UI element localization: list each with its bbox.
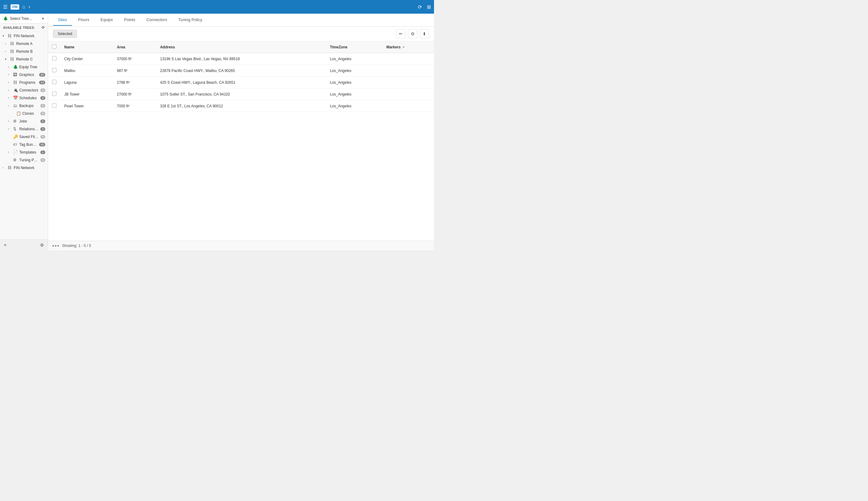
tree-selector-label: Select Tree...	[10, 17, 40, 21]
table-row[interactable]: Pearl Tower 7000 ft² 328 E 1st ST., Los …	[48, 100, 434, 112]
selected-button[interactable]: Selected	[53, 30, 77, 38]
sidebar-bottom: + ⚙	[0, 239, 48, 250]
item-badge: 3	[40, 127, 45, 131]
sidebar-item-graphics[interactable]: › 🖼 Graphics 25	[0, 71, 48, 78]
tab-points[interactable]: Points	[119, 14, 140, 26]
tab-connectors[interactable]: Connectors	[141, 14, 172, 26]
home-icon[interactable]: ⌂	[22, 4, 25, 10]
sidebar-item-jobs[interactable]: › ⚙ Jobs 5	[0, 117, 48, 125]
table-row[interactable]: Malibu 987 ft² 22878 Pacific Coast HWY.,…	[48, 65, 434, 77]
col-markers[interactable]: Markers ▼	[383, 41, 434, 53]
table-row[interactable]: Laguna 2788 ft² 425 S Coast HWY., Laguna…	[48, 77, 434, 88]
tree-list: ▾ ⛓ FIN Network › ⛓ Remote A › ⛓ Remote …	[0, 32, 48, 239]
sidebar-item-remote-b[interactable]: › ⛓ Remote B	[0, 47, 48, 55]
row-checkbox[interactable]	[52, 92, 56, 96]
sidebar-item-equip-tree[interactable]: › 🌲 Equip Tree	[0, 63, 48, 71]
row-name: Laguna	[61, 77, 113, 88]
table-row[interactable]: City Center 37000 ft² 13196 S Las Vegas …	[48, 53, 434, 65]
grid-topbar-icon[interactable]: ⊞	[427, 4, 431, 10]
tree-selector[interactable]: 🌲 Select Tree... ▼	[0, 14, 48, 24]
available-trees-header: AVAILABLE TREES: ⟳	[0, 24, 48, 32]
sidebar-item-label: Graphics	[19, 73, 38, 77]
row-checkbox[interactable]	[52, 103, 56, 108]
sidebar-item-templates[interactable]: › 📄 Templates 1	[0, 148, 48, 156]
sidebar-item-schedules[interactable]: › 📅 Schedules 4	[0, 94, 48, 102]
tab-tuning-policy[interactable]: Tuning Policy	[173, 14, 207, 26]
sidebar-item-clones[interactable]: 📋 Clones 0	[0, 109, 48, 117]
sidebar-item-tag-bundles[interactable]: 🏷 Tag Bundles 20	[0, 140, 48, 148]
network-icon: ⛓	[8, 166, 12, 170]
row-name: Pearl Tower	[61, 100, 113, 112]
col-address[interactable]: Address	[156, 41, 326, 53]
row-name: City Center	[61, 53, 113, 65]
sidebar-item-relationships[interactable]: › ⇅ Relationships 3	[0, 125, 48, 133]
sidebar-item-label: Schedules	[19, 96, 39, 100]
toolbar-right: ✏ ⚙ ⬇	[396, 29, 429, 39]
sidebar-item-fin-network[interactable]: ▾ ⛓ FIN Network	[0, 32, 48, 40]
col-timezone[interactable]: TimeZone	[326, 41, 383, 53]
sidebar-item-label: Remote A	[16, 42, 45, 46]
row-timezone: Los_Angeles	[326, 53, 383, 65]
sidebar-item-remote-c[interactable]: ▾ ⛓ Remote C	[0, 55, 48, 63]
row-checkbox[interactable]	[52, 56, 56, 61]
tree-selector-chevron-icon: ▼	[41, 17, 45, 21]
edit-button[interactable]: ✏	[396, 29, 406, 39]
refresh-topbar-icon[interactable]: ⟳	[418, 4, 422, 10]
item-badge: 0	[40, 158, 45, 162]
sidebar-item-fin-network-2[interactable]: › ⛓ FIN Network	[0, 164, 48, 172]
relationships-icon: ⇅	[13, 127, 18, 131]
sidebar-item-remote-a[interactable]: › ⛓ Remote A	[0, 40, 48, 47]
sidebar-item-saved-filters[interactable]: 🔑 Saved Filters 0	[0, 133, 48, 140]
filter-icon[interactable]: ▼	[402, 45, 405, 49]
available-trees-label: AVAILABLE TREES:	[3, 26, 35, 30]
tree-icon: 🌲	[13, 65, 18, 69]
table-container: Name Area Address TimeZone	[48, 41, 434, 241]
row-timezone: Los_Angeles	[326, 100, 383, 112]
network-icon: ⛓	[8, 33, 12, 38]
select-all-checkbox[interactable]	[52, 44, 56, 49]
programs-icon: ⛓	[13, 80, 18, 85]
sidebar-item-programs[interactable]: › ⛓ Programs 13	[0, 78, 48, 86]
add-button[interactable]: +	[4, 242, 7, 248]
fin-logo-text: FIN	[12, 5, 17, 9]
connector-icon: 🔌	[13, 88, 18, 93]
clones-icon: 📋	[16, 111, 21, 116]
sidebar-item-connectors[interactable]: › 🔌 Connectors 0	[0, 86, 48, 94]
settings-button[interactable]: ⚙	[408, 29, 417, 39]
sidebar-refresh-icon[interactable]: ⟳	[42, 25, 45, 30]
tab-floors[interactable]: Floors	[73, 14, 94, 26]
row-area: 2788 ft²	[113, 77, 156, 88]
tuning-policies-icon: ⚙	[13, 158, 18, 162]
col-name[interactable]: Name	[61, 41, 113, 53]
row-markers	[383, 65, 434, 77]
row-checkbox-cell	[48, 65, 61, 77]
col-markers-label: Markers	[386, 45, 400, 49]
row-timezone: Los_Angeles	[326, 65, 383, 77]
expand-icon: ›	[8, 119, 12, 123]
download-icon: ⬇	[422, 31, 426, 36]
tag-bundles-icon: 🏷	[13, 142, 18, 147]
row-markers	[383, 77, 434, 88]
sidebar-item-tuning-policies[interactable]: ⚙ Tuning Policies 0	[0, 156, 48, 164]
sidebar-item-label: Clones	[22, 111, 39, 116]
row-address: 425 S Coast HWY., Laguna Beach, CA 92651	[156, 77, 326, 88]
toolbar-left: Selected	[53, 30, 77, 38]
row-checkbox[interactable]	[52, 68, 56, 72]
item-badge: 25	[39, 73, 45, 77]
tab-equips[interactable]: Equips	[96, 14, 118, 26]
table-row[interactable]: JB Tower 27000 ft² 1075 Sutter ST., San …	[48, 88, 434, 100]
main-layout: 🌲 Select Tree... ▼ AVAILABLE TREES: ⟳ ▾ …	[0, 14, 434, 250]
jobs-icon: ⚙	[13, 119, 18, 124]
sidebar: 🌲 Select Tree... ▼ AVAILABLE TREES: ⟳ ▾ …	[0, 14, 48, 250]
sidebar-item-label: Tag Bundles	[19, 142, 38, 147]
download-button[interactable]: ⬇	[420, 29, 429, 39]
col-area[interactable]: Area	[113, 41, 156, 53]
content-toolbar: Selected ✏ ⚙ ⬇	[48, 27, 434, 41]
hamburger-icon[interactable]: ☰	[3, 4, 8, 10]
item-badge: 13	[39, 81, 45, 84]
tab-sites[interactable]: Sites	[53, 14, 72, 26]
sidebar-item-backups[interactable]: › 🗂 Backups 0	[0, 102, 48, 109]
row-checkbox[interactable]	[52, 80, 56, 84]
sidebar-settings-icon[interactable]: ⚙	[40, 243, 44, 247]
templates-icon: 📄	[13, 150, 18, 154]
